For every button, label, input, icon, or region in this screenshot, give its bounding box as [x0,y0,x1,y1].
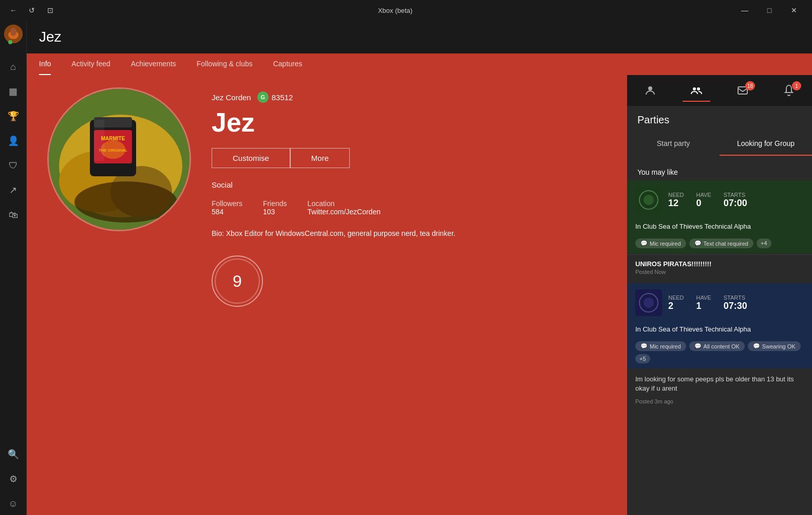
lfg-card-1-header[interactable]: Need 12 Have 0 Starts 07 [627,180,812,253]
sidebar-item-home[interactable]: ⌂ [2,56,25,78]
content-icon-2: 💬 [694,343,702,350]
followers-stat: Followers 584 [212,199,242,216]
messages-badge: 18 [745,81,755,90]
sidebar-item-store[interactable]: 🛍 [2,204,25,226]
sidebar-item-feedback[interactable]: ☺ [2,492,25,515]
friends-label: Friends [263,199,287,208]
panel-notifications-button[interactable]: 1 [766,79,812,102]
sidebar-item-grid[interactable]: ▦ [2,80,25,103]
profile-top: MARMITE THE ORIGINAL [47,87,607,307]
close-button[interactable]: ✕ [782,0,806,21]
titlebar-nav: ← ↺ ⊡ [6,3,58,17]
friends-stat: Friends 103 [263,199,287,216]
start-party-button[interactable]: Start party [627,132,720,156]
need-value-1: 12 [668,198,684,209]
starts-label-2: Starts [724,295,747,301]
have-value-2: 1 [696,301,711,311]
lfg-card-2-header[interactable]: Need 2 Have 1 Starts 07: [627,283,812,369]
lfg-club-1: In Club Sea of Thieves Technical Alpha [627,219,812,235]
profile-tabs: Info Activity feed Achievements Followin… [27,53,812,75]
panel-parties-button[interactable] [673,79,720,102]
have-label-1: Have [696,192,711,198]
game-thumbnail-2 [635,289,662,316]
level-number: 9 [233,272,242,291]
svg-point-24 [644,298,654,308]
refresh-button[interactable]: ↺ [25,3,39,17]
followers-label: Followers [212,199,242,208]
mic-icon-1: 💬 [640,240,648,247]
text-chat-tag-1: 💬 Text chat required [689,238,753,248]
notifications-badge: 1 [792,81,801,90]
panel-scroll[interactable]: Need 12 Have 0 Starts 07 [627,180,812,515]
sidebar-item-trending[interactable]: ↗ [2,179,25,201]
starts-stat-1: Starts 07:00 [724,192,747,209]
main-content: Jez Info Activity feed Achievements Foll… [27,21,812,515]
tab-achievements[interactable]: Achievements [131,53,176,75]
post-message-2: Im looking for some peeps pls be older t… [627,370,812,396]
extra-tags-2: +5 [635,354,650,363]
panel-messages-button[interactable]: 18 [720,79,766,102]
looking-for-group-button[interactable]: Looking for Group [720,132,812,156]
more-button[interactable]: More [290,148,350,168]
social-label: Social [212,180,607,189]
svg-point-21 [644,195,654,205]
window-controls: — □ ✕ [733,0,806,21]
sidebar-item-achievements[interactable]: 🏆 [2,105,25,127]
sidebar-item-friends[interactable]: 👤 [2,130,25,152]
lfg-tags-1: 💬 Mic required 💬 Text chat required +4 [627,235,812,253]
lfg-stats-2: Need 2 Have 1 Starts 07: [668,295,804,311]
back-button[interactable]: ← [6,3,21,17]
starts-stat-2: Starts 07:30 [724,295,747,311]
profile-info: Jez Corden G 83512 Jez Customise More So… [212,87,607,307]
svg-point-15 [648,86,652,90]
avatar[interactable] [4,25,23,43]
minimize-button[interactable]: — [733,0,757,21]
svg-point-16 [693,87,696,90]
have-stat-2: Have 1 [696,295,711,311]
gamerscore: G 83512 [257,91,293,103]
sidebar-item-settings[interactable]: ⚙ [2,468,25,490]
lfg-stats-row-2: Need 2 Have 1 Starts 07: [627,283,812,322]
profile-avatar: MARMITE THE ORIGINAL [47,87,191,231]
location-value: Twitter.com/JezCorden [308,208,381,216]
have-value-1: 0 [696,198,711,209]
snap-button[interactable]: ⊡ [43,3,58,17]
customise-button[interactable]: Customise [212,148,290,168]
mic-icon-2: 💬 [640,343,648,350]
tab-captures[interactable]: Captures [273,53,303,75]
tab-activity-feed[interactable]: Activity feed [71,53,110,75]
bio: Bio: Xbox Editor for WindowsCentral.com,… [212,228,607,239]
profile-body: MARMITE THE ORIGINAL [27,75,812,515]
app-container: ⌂ ▦ 🏆 👤 🛡 ↗ 🛍 🔍 ⚙ ☺ Jez Info Activity fe… [0,21,812,515]
friends-value: 103 [263,208,287,216]
tab-following-clubs[interactable]: Following & clubs [197,53,253,75]
tab-info[interactable]: Info [39,53,51,75]
titlebar: ← ↺ ⊡ Xbox (beta) — □ ✕ [0,0,812,21]
sidebar-item-clubs[interactable]: 🛡 [2,154,25,177]
gamertag: Jez Corden [212,93,251,102]
post-title-1: UNIROS PIRATAS!!!!!!!!! [627,255,812,269]
maximize-button[interactable]: □ [758,0,781,21]
svg-point-2 [10,28,16,36]
starts-label-1: Starts [724,192,747,198]
have-label-2: Have [696,295,711,301]
mic-required-tag-2: 💬 Mic required [635,341,686,351]
need-label-1: Need [668,192,684,198]
swear-icon-2: 💬 [753,343,760,350]
mic-required-tag-1: 💬 Mic required [635,238,686,248]
lfg-stats-1: Need 12 Have 0 Starts 07 [668,192,804,209]
sidebar-item-search[interactable]: 🔍 [2,443,25,466]
lfg-card-1: Need 12 Have 0 Starts 07 [627,180,812,279]
party-actions: Start party Looking for Group [627,132,812,162]
starts-value-2: 07:30 [724,301,747,311]
profile-main: MARMITE THE ORIGINAL [27,75,627,515]
need-stat-2: Need 2 [668,295,684,311]
panel-icons: 18 1 [627,75,812,106]
gamerscore-icon: G [257,91,269,103]
profile-actions: Customise More [212,148,607,168]
have-stat-1: Have 0 [696,192,711,209]
panel-friends-button[interactable] [627,79,673,102]
svg-point-7 [74,181,177,223]
online-indicator [8,40,12,44]
titlebar-title: Xbox (beta) [58,7,733,14]
